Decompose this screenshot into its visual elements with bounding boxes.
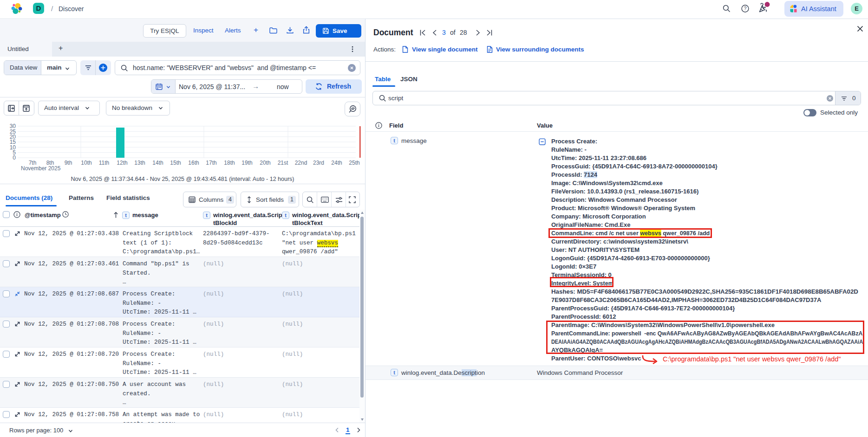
svg-text:22nd: 22nd — [295, 160, 307, 166]
svg-text:19th: 19th — [241, 160, 252, 166]
svg-text:10th: 10th — [81, 160, 91, 166]
svg-text:11th: 11th — [99, 160, 109, 166]
svg-text:24th: 24th — [331, 160, 342, 166]
svg-text:17th: 17th — [206, 160, 216, 166]
svg-text:15th: 15th — [170, 160, 181, 166]
svg-text:16th: 16th — [188, 160, 199, 166]
svg-text:18th: 18th — [224, 160, 235, 166]
svg-text:21st: 21st — [278, 160, 288, 166]
svg-text:0: 0 — [13, 154, 16, 161]
svg-text:25th: 25th — [349, 160, 359, 166]
svg-text:?: ? — [744, 6, 747, 11]
svg-text:12th: 12th — [117, 160, 127, 166]
svg-text:9th: 9th — [65, 160, 72, 166]
svg-text:14th: 14th — [152, 160, 163, 166]
svg-text:November 2025: November 2025 — [21, 165, 61, 172]
svg-text:23rd: 23rd — [313, 160, 324, 166]
svg-text:13th: 13th — [134, 160, 145, 166]
svg-text:20th: 20th — [260, 160, 270, 166]
